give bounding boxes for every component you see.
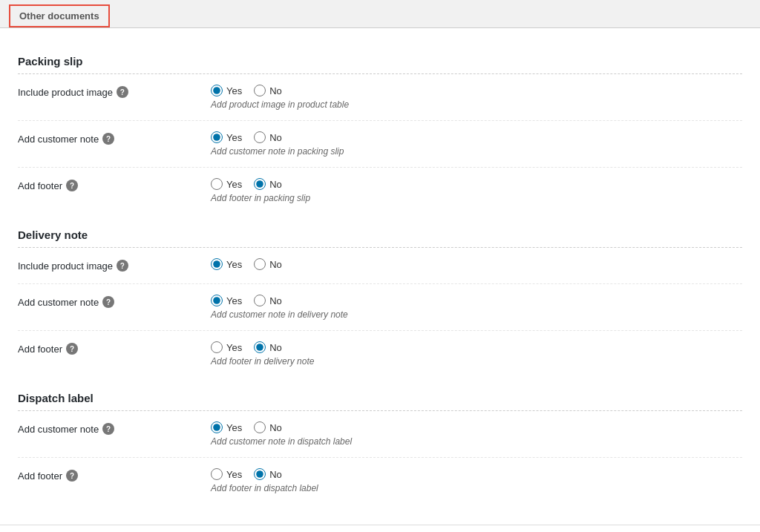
radio-no-ps-add-footer[interactable]: No (254, 178, 282, 190)
field-control-dn-add-footer: YesNoAdd footer in delivery note (211, 341, 742, 367)
page-wrapper: Other documents Packing slipInclude prod… (0, 0, 760, 532)
radio-no-dn-include-product-image[interactable]: No (254, 258, 282, 270)
tab-bar: Other documents (0, 0, 760, 28)
section-packing-slip: Packing slipInclude product image?YesNoA… (18, 43, 742, 214)
field-hint-ps-add-footer: Add footer in packing slip (211, 193, 742, 203)
help-icon-ps-add-customer-note[interactable]: ? (102, 133, 114, 145)
radio-yes-input-dl-add-customer-note[interactable] (211, 421, 223, 433)
radio-no-label-ps-add-footer: No (269, 179, 282, 190)
radio-yes-input-dn-add-footer[interactable] (211, 341, 223, 353)
help-icon-dn-add-customer-note[interactable]: ? (102, 296, 114, 308)
radio-group-dn-include-product-image: YesNo (211, 258, 742, 270)
radio-no-input-dl-add-footer[interactable] (254, 468, 266, 480)
radio-yes-input-ps-include-product-image[interactable] (211, 85, 223, 96)
form-row-dl-add-footer: Add footer?YesNoAdd footer in dispatch l… (18, 458, 742, 504)
field-hint-ps-add-customer-note: Add customer note in packing slip (211, 146, 742, 157)
radio-group-ps-add-footer: YesNo (211, 178, 742, 190)
radio-no-ps-add-customer-note[interactable]: No (254, 131, 282, 143)
section-dispatch-label: Dispatch labelAdd customer note?YesNoAdd… (18, 380, 742, 504)
field-control-ps-add-footer: YesNoAdd footer in packing slip (211, 178, 742, 203)
section-delivery-note: Delivery noteInclude product image?YesNo… (18, 217, 742, 377)
radio-no-dl-add-footer[interactable]: No (254, 468, 282, 480)
radio-group-dl-add-footer: YesNo (211, 468, 742, 480)
label-text-dn-add-customer-note: Add customer note (18, 297, 99, 308)
form-row-dl-add-customer-note: Add customer note?YesNoAdd customer note… (18, 411, 742, 458)
field-control-ps-include-product-image: YesNoAdd product image in product table (211, 85, 742, 110)
radio-no-dl-add-customer-note[interactable]: No (254, 421, 282, 433)
radio-yes-dn-add-customer-note[interactable]: Yes (211, 295, 242, 306)
field-control-dn-include-product-image: YesNo (211, 258, 742, 273)
label-text-dn-add-footer: Add footer (18, 344, 62, 355)
radio-yes-ps-include-product-image[interactable]: Yes (211, 85, 242, 96)
radio-yes-dl-add-footer[interactable]: Yes (211, 468, 242, 480)
radio-yes-input-dl-add-footer[interactable] (211, 468, 223, 480)
radio-no-label-dn-add-customer-note: No (269, 295, 282, 306)
label-text-ps-add-customer-note: Add customer note (18, 134, 99, 145)
radio-yes-input-dn-add-customer-note[interactable] (211, 295, 223, 306)
radio-yes-label-dn-include-product-image: Yes (226, 259, 242, 270)
form-row-ps-add-footer: Add footer?YesNoAdd footer in packing sl… (18, 168, 742, 214)
field-label-ps-include-product-image: Include product image? (18, 85, 211, 98)
radio-yes-input-ps-add-footer[interactable] (211, 178, 223, 190)
field-control-ps-add-customer-note: YesNoAdd customer note in packing slip (211, 131, 742, 157)
radio-group-ps-include-product-image: YesNo (211, 85, 742, 96)
help-icon-dl-add-footer[interactable]: ? (66, 470, 78, 482)
radio-yes-label-ps-add-footer: Yes (226, 179, 242, 190)
help-icon-dn-add-footer[interactable]: ? (66, 343, 78, 355)
radio-group-dn-add-customer-note: YesNo (211, 295, 742, 306)
field-control-dl-add-footer: YesNoAdd footer in dispatch label (211, 468, 742, 493)
field-label-dn-add-footer: Add footer? (18, 341, 211, 355)
form-row-dn-add-customer-note: Add customer note?YesNoAdd customer note… (18, 284, 742, 331)
radio-yes-ps-add-customer-note[interactable]: Yes (211, 131, 242, 143)
label-text-ps-add-footer: Add footer (18, 180, 62, 191)
radio-no-dn-add-customer-note[interactable]: No (254, 295, 282, 306)
radio-yes-dn-include-product-image[interactable]: Yes (211, 258, 242, 270)
radio-no-label-ps-include-product-image: No (269, 85, 282, 96)
field-label-ps-add-customer-note: Add customer note? (18, 131, 211, 145)
radio-yes-label-dl-add-footer: Yes (226, 469, 242, 480)
radio-yes-label-dn-add-footer: Yes (226, 342, 242, 353)
section-title-dispatch-label: Dispatch label (18, 380, 742, 410)
radio-no-input-dn-include-product-image[interactable] (254, 258, 266, 270)
radio-yes-label-dl-add-customer-note: Yes (226, 422, 242, 433)
radio-no-input-ps-include-product-image[interactable] (254, 85, 266, 96)
help-icon-dn-include-product-image[interactable]: ? (117, 260, 128, 272)
field-hint-dl-add-customer-note: Add customer note in dispatch label (211, 436, 742, 447)
radio-yes-ps-add-footer[interactable]: Yes (211, 178, 242, 190)
field-hint-dn-add-footer: Add footer in delivery note (211, 356, 742, 367)
field-label-dl-add-customer-note: Add customer note? (18, 421, 211, 435)
radio-no-dn-add-footer[interactable]: No (254, 341, 282, 353)
radio-no-label-dn-add-footer: No (269, 342, 282, 353)
radio-group-ps-add-customer-note: YesNo (211, 131, 742, 143)
help-icon-dl-add-customer-note[interactable]: ? (102, 423, 114, 435)
radio-yes-label-dn-add-customer-note: Yes (226, 295, 242, 306)
radio-group-dl-add-customer-note: YesNo (211, 421, 742, 433)
radio-no-label-dn-include-product-image: No (269, 259, 282, 270)
form-row-ps-add-customer-note: Add customer note?YesNoAdd customer note… (18, 121, 742, 168)
radio-yes-input-dn-include-product-image[interactable] (211, 258, 223, 270)
field-label-dn-include-product-image: Include product image? (18, 258, 211, 272)
radio-yes-label-ps-add-customer-note: Yes (226, 132, 242, 143)
field-hint-ps-include-product-image: Add product image in product table (211, 99, 742, 110)
footer-bar: Update Settings (0, 525, 760, 532)
radio-no-input-ps-add-customer-note[interactable] (254, 131, 266, 143)
radio-no-label-ps-add-customer-note: No (269, 132, 282, 143)
field-hint-dn-add-customer-note: Add customer note in delivery note (211, 309, 742, 320)
label-text-ps-include-product-image: Include product image (18, 87, 113, 98)
help-icon-ps-include-product-image[interactable]: ? (117, 86, 128, 98)
radio-no-input-dn-add-customer-note[interactable] (254, 295, 266, 306)
radio-no-label-dl-add-footer: No (269, 469, 282, 480)
radio-yes-dl-add-customer-note[interactable]: Yes (211, 421, 242, 433)
radio-no-input-dn-add-footer[interactable] (254, 341, 266, 353)
radio-yes-input-ps-add-customer-note[interactable] (211, 131, 223, 143)
help-icon-ps-add-footer[interactable]: ? (66, 180, 78, 191)
tab-other-documents[interactable]: Other documents (9, 4, 110, 27)
form-row-ps-include-product-image: Include product image?YesNoAdd product i… (18, 74, 742, 121)
label-text-dl-add-customer-note: Add customer note (18, 424, 99, 435)
field-hint-dl-add-footer: Add footer in dispatch label (211, 483, 742, 493)
radio-no-input-dl-add-customer-note[interactable] (254, 421, 266, 433)
radio-no-input-ps-add-footer[interactable] (254, 178, 266, 190)
radio-no-ps-include-product-image[interactable]: No (254, 85, 282, 96)
radio-yes-dn-add-footer[interactable]: Yes (211, 341, 242, 353)
form-row-dn-add-footer: Add footer?YesNoAdd footer in delivery n… (18, 331, 742, 377)
